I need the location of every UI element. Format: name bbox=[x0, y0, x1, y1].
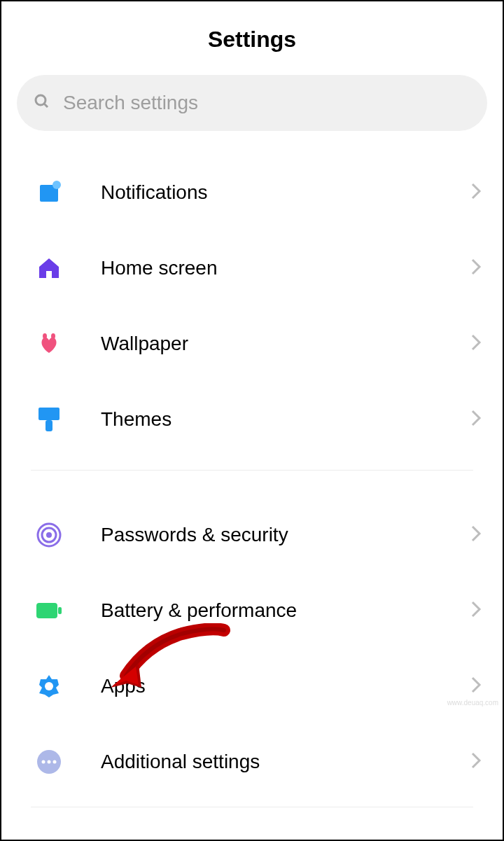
svg-point-13 bbox=[45, 682, 53, 690]
chevron-right-icon bbox=[470, 676, 482, 697]
settings-item-label: Notifications bbox=[101, 181, 470, 204]
svg-point-5 bbox=[51, 333, 55, 339]
settings-item-notifications[interactable]: Notifications bbox=[1, 155, 503, 230]
settings-item-label: Home screen bbox=[101, 257, 470, 279]
notifications-icon bbox=[35, 179, 63, 207]
chevron-right-icon bbox=[470, 333, 482, 354]
settings-item-label: Additional settings bbox=[101, 751, 470, 773]
home-icon bbox=[35, 254, 63, 282]
watermark: www.deuaq.com bbox=[447, 699, 498, 707]
apps-icon bbox=[35, 672, 63, 700]
settings-item-passwords-security[interactable]: Passwords & security bbox=[1, 497, 503, 573]
chevron-right-icon bbox=[470, 524, 482, 545]
settings-item-apps[interactable]: Apps bbox=[1, 648, 503, 724]
svg-point-15 bbox=[42, 760, 46, 764]
svg-rect-11 bbox=[36, 603, 57, 618]
chevron-right-icon bbox=[470, 182, 482, 203]
svg-point-10 bbox=[46, 532, 52, 538]
svg-point-17 bbox=[53, 760, 57, 764]
search-input[interactable] bbox=[63, 92, 470, 114]
additional-icon bbox=[35, 748, 63, 776]
chevron-right-icon bbox=[470, 600, 482, 621]
settings-item-battery-performance[interactable]: Battery & performance bbox=[1, 573, 503, 648]
divider bbox=[31, 807, 473, 807]
chevron-right-icon bbox=[470, 409, 482, 430]
svg-point-16 bbox=[48, 760, 51, 764]
svg-point-0 bbox=[36, 95, 46, 105]
security-icon bbox=[35, 521, 63, 549]
settings-item-label: Battery & performance bbox=[101, 599, 470, 622]
themes-icon bbox=[35, 405, 63, 433]
settings-item-additional-settings[interactable]: Additional settings bbox=[1, 724, 503, 800]
svg-point-3 bbox=[52, 181, 61, 189]
settings-item-themes[interactable]: Themes bbox=[1, 382, 503, 457]
svg-rect-7 bbox=[46, 420, 52, 431]
settings-item-home-screen[interactable]: Home screen bbox=[1, 230, 503, 306]
header: Settings bbox=[1, 1, 503, 75]
svg-point-4 bbox=[43, 333, 47, 339]
settings-group-2: Passwords & security Battery & performan… bbox=[1, 497, 503, 800]
battery-icon bbox=[35, 597, 63, 625]
chevron-right-icon bbox=[470, 258, 482, 279]
settings-item-label: Passwords & security bbox=[101, 524, 470, 546]
svg-rect-6 bbox=[38, 408, 59, 420]
svg-rect-12 bbox=[58, 607, 62, 614]
settings-item-label: Wallpaper bbox=[101, 333, 470, 355]
settings-item-label: Themes bbox=[101, 408, 470, 431]
page-title: Settings bbox=[1, 27, 503, 53]
settings-item-label: Apps bbox=[101, 675, 470, 697]
svg-line-1 bbox=[44, 104, 48, 107]
chevron-right-icon bbox=[470, 751, 482, 772]
search-icon bbox=[34, 93, 50, 113]
search-bar[interactable] bbox=[17, 75, 487, 131]
wallpaper-icon bbox=[35, 330, 63, 358]
divider bbox=[31, 470, 473, 471]
settings-item-wallpaper[interactable]: Wallpaper bbox=[1, 306, 503, 382]
settings-group-1: Notifications Home screen Wallpaper bbox=[1, 155, 503, 457]
